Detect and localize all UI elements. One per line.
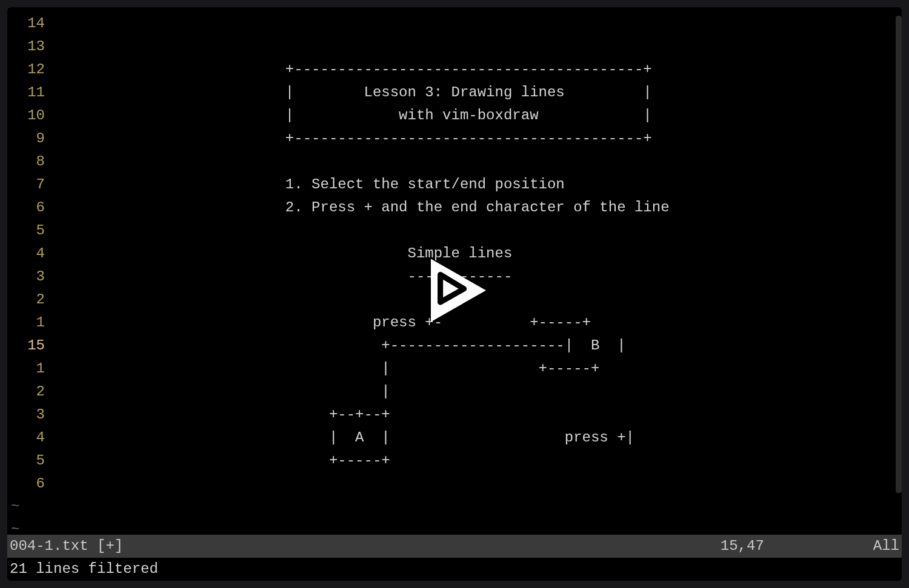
message-text: 21 lines filtered [10,561,158,577]
line-number: 1 [7,311,50,334]
line-number: 3 [7,265,50,288]
line-number: 10 [7,104,50,127]
line-number: 11 [7,81,50,104]
text-line[interactable]: 1. Select the start/end position [50,173,902,196]
line-number: 15 [7,334,50,357]
line-number: 5 [7,219,50,242]
empty-line-tilde: ~ [11,495,19,518]
text-line[interactable]: 2. Press + and the end character of the … [50,196,902,219]
message-bar: 21 lines filtered [7,558,902,581]
line-number: 14 [7,12,50,35]
text-line[interactable]: | +-----+ [50,357,902,380]
text-line[interactable]: +--------------------| B | [50,334,902,357]
status-scroll: All [873,535,899,558]
text-line[interactable]: | A | press +| [50,426,902,449]
text-line[interactable] [50,35,902,58]
text-line[interactable]: +---------------------------------------… [50,127,902,150]
scrollbar[interactable] [896,16,902,493]
line-number: 6 [7,472,50,495]
play-button[interactable] [415,251,494,329]
text-line[interactable]: | [50,380,902,403]
line-number: 12 [7,58,50,81]
line-number: 8 [7,150,50,173]
line-number: 6 [7,196,50,219]
play-icon [415,251,494,329]
text-line[interactable] [50,219,902,242]
text-line[interactable] [50,472,902,495]
line-number: 4 [7,242,50,265]
line-number: 3 [7,403,50,426]
line-number: 2 [7,380,50,403]
text-line[interactable]: | Lesson 3: Drawing lines | [50,81,902,104]
line-number: 13 [7,35,50,58]
status-position: 15,47 [721,535,764,558]
line-number: 7 [7,173,50,196]
line-number: 2 [7,288,50,311]
line-number: 1 [7,357,50,380]
text-line[interactable]: | with vim-boxdraw | [50,104,902,127]
line-number: 9 [7,127,50,150]
text-line[interactable] [50,12,902,35]
text-line[interactable]: +---------------------------------------… [50,58,902,81]
status-bar: 004-1.txt [+] 15,47 All [7,535,902,558]
text-line[interactable] [50,150,902,173]
text-line[interactable]: +-----+ [50,449,902,472]
empty-line-tilde: ~ [11,518,19,541]
line-number: 4 [7,426,50,449]
status-filename: 004-1.txt [+] [10,535,721,558]
line-number-gutter: 141312111098765432115123456 [7,7,50,535]
text-line[interactable]: +--+--+ [50,403,902,426]
line-number: 5 [7,449,50,472]
